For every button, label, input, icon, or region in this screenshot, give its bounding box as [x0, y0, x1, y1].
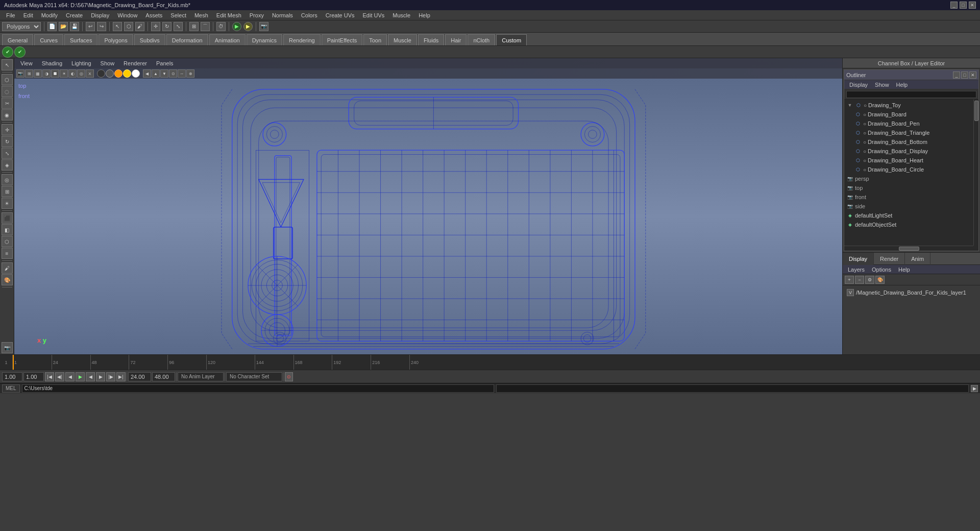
outliner-item-default-object-set[interactable]: ◈ defaultObjectSet: [844, 220, 978, 229]
outliner-item-drawing-board-circle[interactable]: ⬡ ○ Drawing_Board_Circle: [844, 165, 978, 174]
camera-icon[interactable]: 📷: [259, 22, 268, 31]
outliner-item-side[interactable]: 📷 side: [844, 202, 978, 211]
menu-help[interactable]: Help: [414, 11, 434, 19]
outliner-menu-help[interactable]: Help: [893, 82, 911, 88]
vp-icon-d[interactable]: ⊙: [169, 69, 177, 78]
prev-frame-btn[interactable]: ◀: [65, 372, 75, 381]
quick-btn-2[interactable]: ✔: [14, 46, 26, 58]
layers-tab-anim[interactable]: Anim: [905, 253, 930, 265]
layer-row-1[interactable]: V /Magnetic_Drawing_Board_For_Kids_layer…: [845, 287, 978, 298]
new-layer-btn[interactable]: +: [845, 276, 854, 284]
menu-edit-mesh[interactable]: Edit Mesh: [212, 11, 246, 19]
menu-display[interactable]: Display: [87, 11, 113, 19]
menu-normals[interactable]: Normals: [268, 11, 297, 19]
outliner-minimize[interactable]: _: [953, 71, 960, 79]
vp-color5-icon[interactable]: [132, 69, 140, 78]
tab-toon[interactable]: Toon: [363, 34, 387, 45]
tab-deformation[interactable]: Deformation: [166, 34, 208, 45]
vp-menu-show[interactable]: Show: [96, 59, 119, 67]
play-btn[interactable]: ▶: [76, 372, 85, 381]
layers-tab-render[interactable]: Render: [874, 253, 905, 265]
vp-grid-icon[interactable]: ⊞: [25, 69, 33, 78]
maximize-button[interactable]: □: [960, 2, 967, 9]
go-start-btn[interactable]: |◀: [45, 372, 54, 381]
tab-subdivs[interactable]: Subdivs: [134, 34, 165, 45]
move-tool[interactable]: ✛: [2, 124, 13, 135]
layers-menu-layers[interactable]: Layers: [845, 267, 868, 273]
layers-menu-help[interactable]: Help: [895, 267, 913, 273]
outliner-item-drawing-toy[interactable]: ▼ ⬡ ○ Drawing_Toy: [844, 101, 978, 110]
outliner-search-input[interactable]: [846, 91, 976, 98]
new-file-icon[interactable]: 📄: [47, 22, 57, 31]
auto-key-btn[interactable]: ⊙: [285, 372, 293, 381]
layer-visibility[interactable]: V: [847, 289, 854, 296]
vp-texture-icon[interactable]: 🔲: [51, 69, 59, 78]
vp-menu-view[interactable]: View: [16, 59, 37, 67]
outliner-menu-show[interactable]: Show: [872, 82, 892, 88]
history-icon[interactable]: ⏱: [216, 22, 226, 31]
paint-icon[interactable]: 🖌: [135, 22, 144, 31]
menu-muscle[interactable]: Muscle: [388, 11, 414, 19]
lattice-tool[interactable]: ⊞: [2, 186, 13, 197]
delete-layer-btn[interactable]: −: [855, 276, 864, 284]
outliner-item-drawing-board-display[interactable]: ⬡ ○ Drawing_Board_Display: [844, 147, 978, 156]
timeline-ruler[interactable]: 1 24 48 72 96 120 144 168 192 216 240: [13, 355, 980, 370]
snap-curve-icon[interactable]: ⌒: [201, 22, 210, 31]
play-rev-btn[interactable]: ◀: [86, 372, 95, 381]
layer-options-btn[interactable]: ⚙: [865, 276, 874, 284]
bridge-tool[interactable]: ≡: [2, 248, 13, 259]
artisan-tool[interactable]: 🖌: [2, 262, 13, 274]
tab-painteffects[interactable]: PaintEffects: [322, 34, 363, 45]
outliner-item-drawing-board-heart[interactable]: ⬡ ○ Drawing_Board_Heart: [844, 156, 978, 165]
camera-tools[interactable]: 📷: [2, 342, 13, 353]
vp-icon-b[interactable]: ▲: [152, 69, 160, 78]
menu-file[interactable]: File: [2, 11, 19, 19]
close-button[interactable]: ✕: [969, 2, 976, 9]
outliner-item-front[interactable]: 📷 front: [844, 192, 978, 202]
next-key-btn[interactable]: |▶: [106, 372, 115, 381]
mel-python-toggle[interactable]: MEL: [2, 384, 20, 393]
vp-light-icon[interactable]: ☀: [60, 69, 68, 78]
sculpt-tool[interactable]: ◉: [2, 109, 13, 120]
outliner-item-drawing-board-pen[interactable]: ⬡ ○ Drawing_Board_Pen: [844, 119, 978, 128]
start-frame-field[interactable]: [2, 372, 22, 381]
quick-btn-1[interactable]: ✔: [2, 46, 13, 58]
extrude-tool[interactable]: ⬛: [2, 212, 13, 224]
show-manipulator[interactable]: ☀: [2, 198, 13, 209]
go-end-btn[interactable]: ▶|: [116, 372, 126, 381]
outliner-item-drawing-board-triangle[interactable]: ⬡ ○ Drawing_Board_Triangle: [844, 128, 978, 137]
rotate-icon[interactable]: ↻: [162, 22, 172, 31]
layer-color-btn[interactable]: 🎨: [875, 276, 885, 284]
vp-camera-icon[interactable]: 📷: [16, 69, 24, 78]
tab-fluids[interactable]: Fluids: [418, 34, 444, 45]
3d-paint-tool[interactable]: 🎨: [2, 274, 13, 285]
layers-menu-options[interactable]: Options: [869, 267, 894, 273]
vp-shadow-icon[interactable]: ◐: [68, 69, 77, 78]
outliner-maximize[interactable]: □: [961, 71, 968, 79]
menu-assets[interactable]: Assets: [141, 11, 166, 19]
menu-mesh[interactable]: Mesh: [190, 11, 212, 19]
render-icon[interactable]: ▶: [232, 22, 241, 31]
scale-icon[interactable]: ⤡: [174, 22, 183, 31]
cut-tool[interactable]: ✂: [2, 98, 13, 109]
tab-rendering[interactable]: Rendering: [283, 34, 321, 45]
anim-layer-selector[interactable]: No Anim Layer: [178, 372, 224, 381]
select-tool[interactable]: ↖: [2, 59, 13, 70]
soft-mod-tool[interactable]: ◎: [2, 174, 13, 185]
outliner-scrollbar-v[interactable]: [973, 100, 978, 246]
outliner-item-default-light-set[interactable]: ◈ defaultLightSet: [844, 211, 978, 220]
command-line-input[interactable]: [22, 384, 495, 393]
tab-hair[interactable]: Hair: [445, 34, 467, 45]
outliner-item-drawing-board[interactable]: ⬡ ○ Drawing_Board: [844, 110, 978, 119]
script-icon[interactable]: ▶: [971, 385, 978, 392]
layers-tab-display[interactable]: Display: [843, 253, 874, 265]
vp-icon-f[interactable]: ⊕: [186, 69, 194, 78]
vp-color1-icon[interactable]: [97, 69, 105, 78]
vp-menu-panels[interactable]: Panels: [152, 59, 178, 67]
outliner-menu-display[interactable]: Display: [846, 82, 871, 88]
bevel-tool[interactable]: ◧: [2, 224, 13, 235]
ipr-icon[interactable]: ▶: [243, 22, 253, 31]
redo-icon[interactable]: ↪: [97, 22, 106, 31]
next-frame-btn[interactable]: ▶: [96, 372, 105, 381]
max-frame-field[interactable]: [152, 372, 175, 381]
